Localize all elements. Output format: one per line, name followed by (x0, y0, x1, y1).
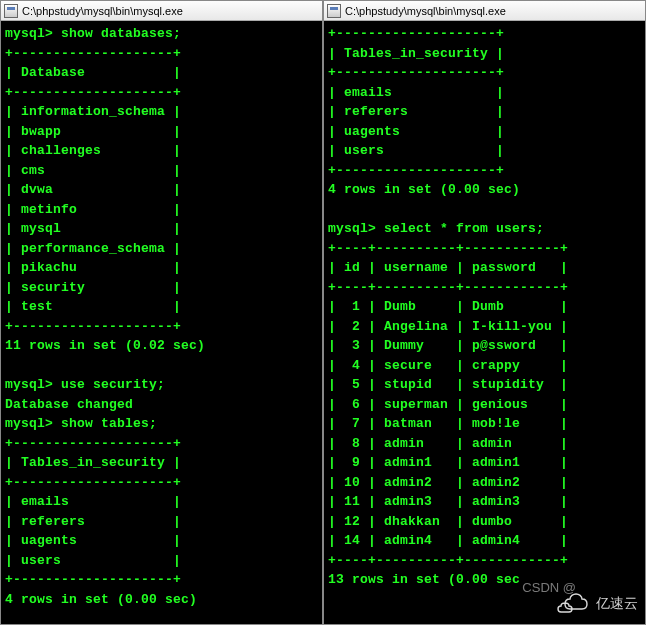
right-titlebar: C:\phpstudy\mysql\bin\mysql.exe (324, 1, 645, 21)
left-title-text: C:\phpstudy\mysql\bin\mysql.exe (22, 5, 183, 17)
left-titlebar: C:\phpstudy\mysql\bin\mysql.exe (1, 1, 322, 21)
right-terminal-window: C:\phpstudy\mysql\bin\mysql.exe +-------… (323, 0, 646, 625)
right-title-text: C:\phpstudy\mysql\bin\mysql.exe (345, 5, 506, 17)
left-terminal[interactable]: mysql> show databases; +----------------… (1, 21, 322, 624)
left-terminal-window: C:\phpstudy\mysql\bin\mysql.exe mysql> s… (0, 0, 323, 625)
app-icon (327, 4, 341, 18)
app-icon (4, 4, 18, 18)
right-terminal[interactable]: +--------------------+ | Tables_in_secur… (324, 21, 645, 624)
